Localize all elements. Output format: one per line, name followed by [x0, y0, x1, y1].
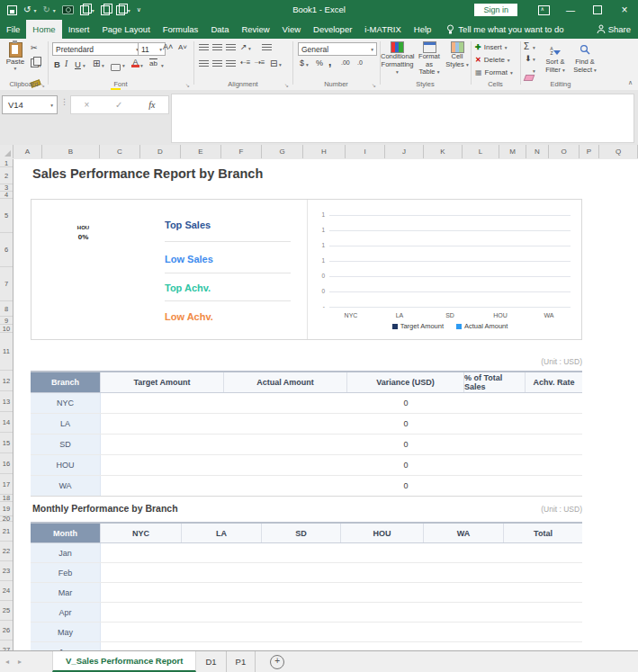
header-cell-la[interactable]: LA: [182, 524, 262, 542]
alignment-dialog-launcher-icon[interactable]: ↘: [284, 82, 289, 88]
row-label-cell[interactable]: May: [31, 623, 101, 641]
maximize-icon[interactable]: [584, 0, 611, 20]
align-middle-icon[interactable]: [212, 44, 222, 52]
row-header-18[interactable]: 18: [0, 495, 13, 502]
cut-icon[interactable]: ✂: [31, 43, 41, 52]
data-cell[interactable]: [101, 563, 182, 582]
data-cell[interactable]: [526, 455, 582, 475]
tell-me-box[interactable]: Tell me what you want to do: [446, 20, 563, 39]
merge-center-icon[interactable]: ⊟: [270, 58, 277, 68]
row-label-cell[interactable]: Mar: [31, 583, 101, 602]
row-header-17[interactable]: 17: [0, 474, 13, 495]
font-color-icon[interactable]: A: [131, 58, 139, 67]
row-header-7[interactable]: 7: [0, 267, 13, 301]
header-cell-actual-amount[interactable]: Actual Amount: [224, 372, 347, 392]
column-header-H[interactable]: H: [303, 145, 346, 158]
dashboard-card[interactable]: HOU 0% Top SalesLow SalesTop Achv.Low Ac…: [31, 199, 582, 340]
data-cell[interactable]: [464, 414, 526, 434]
header-cell-branch[interactable]: Branch: [31, 372, 101, 392]
clipboard-dialog-launcher-icon[interactable]: ↘: [40, 82, 45, 88]
copy-icon[interactable]: ▾: [31, 55, 41, 71]
tab-formulas[interactable]: Formulas: [157, 20, 205, 39]
camera-icon[interactable]: [62, 5, 74, 14]
sheet-tab-p1[interactable]: P1: [227, 651, 256, 672]
row-label-cell[interactable]: Apr: [31, 603, 101, 622]
align-left-icon[interactable]: [199, 60, 209, 68]
column-header-C[interactable]: C: [100, 145, 140, 158]
sort-filter-button[interactable]: AZ Sort & Filter ▾: [540, 42, 571, 74]
decrease-decimal-icon[interactable]: .0: [357, 59, 363, 66]
autosum-icon[interactable]: Σ: [524, 41, 529, 51]
data-cell[interactable]: 0: [347, 435, 464, 454]
data-cell[interactable]: [341, 563, 424, 582]
grow-font-icon[interactable]: A˄: [163, 42, 173, 51]
fill-icon[interactable]: ⬇: [525, 54, 532, 63]
row-header-13[interactable]: 13: [0, 391, 13, 412]
data-cell[interactable]: [504, 603, 582, 622]
column-header-N[interactable]: N: [526, 145, 549, 158]
header-cell-hou[interactable]: HOU: [341, 524, 424, 542]
select-all-corner[interactable]: [0, 145, 13, 158]
row-header-23[interactable]: 23: [0, 561, 13, 581]
data-cell[interactable]: [526, 476, 582, 496]
share-button[interactable]: Share: [597, 20, 631, 39]
data-cell[interactable]: [526, 435, 582, 454]
column-header-B[interactable]: B: [42, 145, 100, 158]
column-header-D[interactable]: D: [140, 145, 181, 158]
data-cell[interactable]: [504, 563, 582, 582]
align-bottom-icon[interactable]: [226, 44, 236, 52]
data-cell[interactable]: [424, 583, 504, 602]
row-label-cell[interactable]: Feb: [31, 563, 101, 582]
bold-button[interactable]: B: [54, 59, 60, 69]
column-header-P[interactable]: P: [580, 145, 599, 158]
row-header-25[interactable]: 25: [0, 601, 13, 621]
row-header-5[interactable]: 5: [0, 199, 13, 233]
data-cell[interactable]: [182, 642, 262, 650]
sheet-nav-right-icon[interactable]: ▸: [18, 658, 22, 666]
format-as-table-button[interactable]: Format as Table ▾: [415, 41, 444, 76]
tab-help[interactable]: Help: [408, 20, 438, 39]
column-header-G[interactable]: G: [262, 145, 303, 158]
name-box[interactable]: V14 ▾: [2, 95, 58, 114]
phonetic-guide-icon[interactable]: ab: [149, 59, 157, 67]
row-header-12[interactable]: 12: [0, 371, 13, 391]
column-header-J[interactable]: J: [385, 145, 424, 158]
data-cell[interactable]: [224, 455, 347, 475]
conditional-formatting-button[interactable]: Conditional Formatting ▾: [381, 41, 414, 76]
accounting-format-icon[interactable]: $: [300, 58, 304, 67]
data-cell[interactable]: [341, 603, 424, 622]
header-cell--of-total-sales[interactable]: % of Total Sales: [464, 372, 526, 392]
paste-button[interactable]: Paste ▾: [4, 41, 27, 79]
collapse-ribbon-icon[interactable]: ∧: [628, 79, 633, 86]
data-cell[interactable]: [504, 543, 582, 562]
column-header-M[interactable]: M: [499, 145, 526, 158]
align-right-icon[interactable]: [226, 60, 236, 68]
header-cell-nyc[interactable]: NYC: [101, 524, 182, 542]
worksheet-grid[interactable]: 1234567891011121314151617181920212223242…: [0, 159, 638, 650]
data-cell[interactable]: [224, 476, 347, 496]
data-cell[interactable]: [182, 563, 262, 582]
sheet-nav-left-icon[interactable]: ◂: [5, 658, 9, 666]
data-cell[interactable]: [424, 642, 504, 650]
insert-cells-button[interactable]: ✚Insert▾: [475, 43, 507, 51]
data-cell[interactable]: [341, 543, 424, 562]
number-format-combo[interactable]: General▾: [298, 42, 377, 56]
header-cell-wa[interactable]: WA: [424, 524, 504, 542]
data-cell[interactable]: [101, 455, 224, 475]
tab-home[interactable]: Home: [26, 20, 61, 39]
data-cell[interactable]: [101, 476, 224, 496]
enter-icon[interactable]: ✓: [115, 100, 122, 110]
row-header-14[interactable]: 14: [0, 412, 13, 433]
row-label-cell[interactable]: NYC: [31, 393, 101, 413]
find-select-button[interactable]: Find & Select ▾: [571, 42, 599, 74]
data-cell[interactable]: [224, 393, 347, 413]
data-cell[interactable]: [504, 642, 582, 650]
column-header-I[interactable]: I: [346, 145, 385, 158]
data-cell[interactable]: [262, 642, 341, 650]
data-cell[interactable]: 0: [347, 476, 464, 496]
row-header-15[interactable]: 15: [0, 433, 13, 453]
increase-decimal-icon[interactable]: .00: [341, 59, 350, 66]
header-cell-variance-usd-[interactable]: Variance (USD): [347, 372, 464, 392]
row-header-1[interactable]: 1: [0, 159, 13, 167]
header-cell-month[interactable]: Month: [31, 524, 101, 542]
